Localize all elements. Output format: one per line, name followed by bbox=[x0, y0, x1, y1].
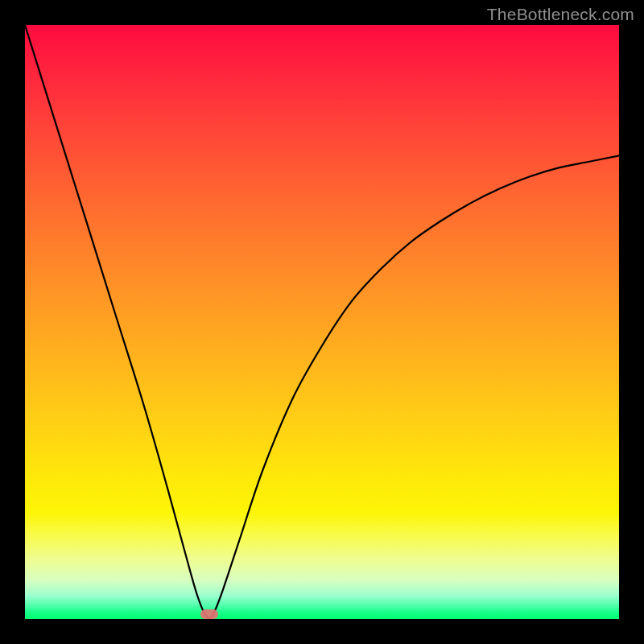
bottleneck-curve bbox=[25, 25, 619, 619]
watermark-text: TheBottleneck.com bbox=[487, 5, 634, 24]
plot-area bbox=[25, 25, 619, 619]
curve-svg bbox=[25, 25, 619, 619]
minimum-marker bbox=[200, 609, 218, 619]
